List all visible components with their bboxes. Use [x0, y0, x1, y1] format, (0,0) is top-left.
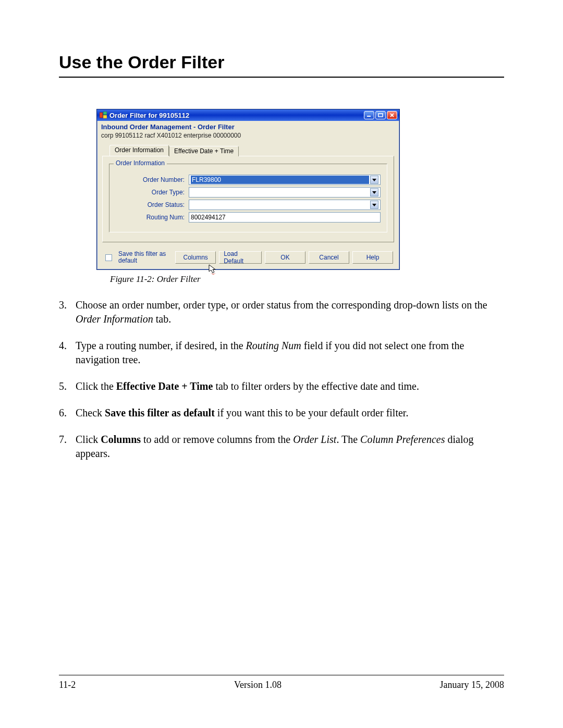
label-routing-num: Routing Num: [116, 214, 189, 221]
maximize-icon[interactable] [375, 111, 386, 119]
tab-effective-date-time[interactable]: Effective Date + Time [169, 146, 239, 156]
step-item: 7.Click Columns to add or remove columns… [59, 433, 504, 461]
titlebar: Order Filter for 99105112 [97, 109, 399, 121]
step-text: Type a routing number, if desired, in th… [76, 339, 504, 367]
label-order-status: Order Status: [116, 201, 189, 208]
step-item: 3.Choose an order number, order type, or… [59, 298, 504, 326]
steps-list: 3.Choose an order number, order type, or… [59, 298, 504, 461]
order-information-group: Order Information Order Number: FLR39800… [109, 164, 387, 232]
minimize-icon[interactable] [364, 111, 374, 119]
svg-marker-6 [211, 273, 216, 275]
row-routing-num: Routing Num: 8002494127 [116, 212, 381, 223]
label-order-number: Order Number: [116, 176, 189, 183]
dialog-actions: Save this filter as default Columns Load… [97, 249, 399, 269]
close-icon[interactable] [387, 111, 397, 119]
footer-left: 11-2 [59, 680, 76, 690]
footer-right: January 15, 2008 [440, 680, 504, 690]
svg-rect-4 [378, 114, 383, 117]
step-item: 5.Click the Effective Date + Time tab to… [59, 379, 504, 393]
cursor-icon [209, 264, 218, 275]
cancel-button[interactable]: Cancel [309, 251, 349, 264]
label-order-type: Order Type: [116, 189, 189, 196]
tab-panel-order-information: Order Information Order Number: FLR39800… [102, 156, 394, 242]
tabstrip: Order Information Effective Date + Time [97, 144, 399, 156]
chevron-down-icon[interactable] [370, 176, 378, 184]
step-number: 6. [59, 406, 76, 420]
title-rule [59, 77, 504, 78]
ok-button[interactable]: OK [265, 251, 305, 264]
order-number-value: FLR39800 [191, 176, 369, 184]
svg-marker-5 [209, 265, 215, 273]
row-order-status: Order Status: [116, 200, 381, 210]
chevron-down-icon[interactable] [370, 188, 378, 196]
app-icon [99, 111, 107, 119]
group-legend: Order Information [114, 159, 167, 167]
order-status-combo[interactable] [189, 200, 381, 210]
step-item: 4.Type a routing number, if desired, in … [59, 339, 504, 367]
tab-order-information[interactable]: Order Information [109, 145, 169, 156]
order-number-combo[interactable]: FLR39800 [189, 175, 381, 185]
routing-num-input[interactable]: 8002494127 [189, 212, 381, 223]
step-text: Click the Effective Date + Time tab to f… [76, 379, 504, 393]
dialog-infoline: corp 99105112 racf X401012 enterprise 00… [97, 132, 399, 144]
page-footer: 11-2 Version 1.08 January 15, 2008 [59, 675, 504, 690]
order-type-combo[interactable] [189, 187, 381, 198]
svg-rect-3 [367, 116, 371, 117]
order-filter-dialog: Order Filter for 99105112 Inbound Order … [96, 109, 400, 270]
step-text: Check Save this filter as default if you… [76, 406, 504, 420]
svg-rect-2 [103, 115, 107, 118]
row-order-type: Order Type: [116, 187, 381, 198]
routing-num-value: 8002494127 [191, 214, 226, 221]
svg-rect-0 [100, 113, 103, 118]
help-button[interactable]: Help [352, 251, 393, 264]
svg-rect-1 [103, 112, 107, 115]
dialog-subtitle: Inbound Order Management - Order Filter [97, 121, 399, 132]
row-order-number: Order Number: FLR39800 [116, 175, 381, 185]
columns-button[interactable]: Columns [175, 251, 216, 264]
step-item: 6.Check Save this filter as default if y… [59, 406, 504, 420]
footer-center: Version 1.08 [234, 680, 282, 690]
dialog-title: Order Filter for 99105112 [109, 112, 189, 119]
step-text: Choose an order number, order type, or o… [76, 298, 504, 326]
order-filter-figure: Order Filter for 99105112 Inbound Order … [96, 109, 400, 270]
step-number: 5. [59, 379, 76, 393]
page-title: Use the Order Filter [59, 52, 504, 72]
footer-rule [59, 675, 504, 675]
step-text: Click Columns to add or remove columns f… [76, 433, 504, 461]
step-number: 3. [59, 298, 76, 326]
save-default-label: Save this filter as default [118, 251, 172, 264]
chevron-down-icon[interactable] [370, 201, 378, 209]
figure-caption: Figure 11-2: Order Filter [110, 274, 504, 285]
step-number: 4. [59, 339, 76, 367]
load-default-button[interactable]: Load Default [219, 251, 262, 264]
step-number: 7. [59, 433, 76, 461]
save-default-checkbox[interactable] [105, 254, 112, 261]
